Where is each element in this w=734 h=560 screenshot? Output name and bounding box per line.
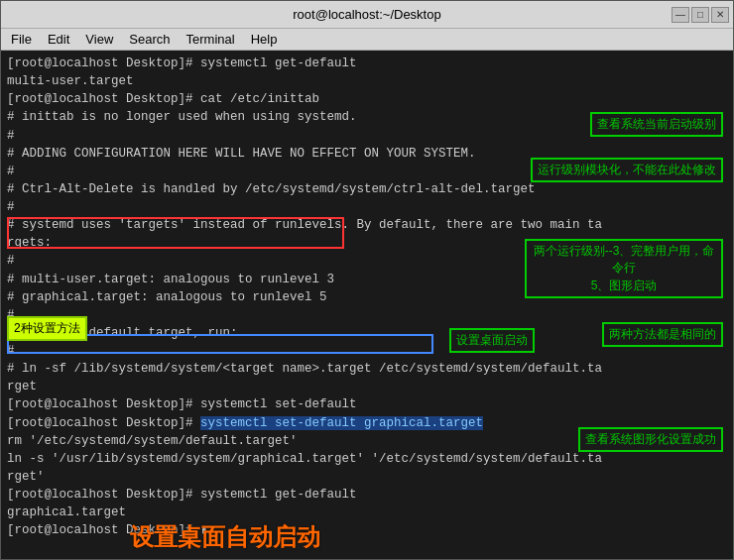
maximize-button[interactable]: □ — [691, 7, 709, 23]
annotation-set-desktop: 设置桌面启动 — [449, 328, 535, 353]
annotation-same-methods: 两种方法都是相同的 — [602, 322, 723, 347]
window-controls: — □ ✕ — [672, 7, 729, 23]
title-bar: root@localhost:~/Desktop — □ ✕ — [1, 1, 733, 29]
annotation-check-success: 查看系统图形化设置成功 — [578, 427, 723, 452]
window-title: root@localhost:~/Desktop — [293, 7, 440, 22]
menu-file[interactable]: File — [5, 30, 38, 49]
annotation-two-levels: 两个运行级别--3、完整用户用，命令行5、图形启动 — [525, 239, 723, 298]
annotation-check-runlevel: 查看系统当前启动级别 — [590, 112, 723, 137]
annotation-modular: 运行级别模块化，不能在此处修改 — [531, 158, 723, 182]
menu-terminal[interactable]: Terminal — [181, 30, 241, 49]
big-title-annotation: 设置桌面自动启动 — [130, 520, 320, 555]
menu-view[interactable]: View — [79, 30, 119, 49]
annotation-two-methods: 2种设置方法 — [7, 316, 87, 341]
menu-edit[interactable]: Edit — [42, 30, 75, 49]
menu-search[interactable]: Search — [123, 30, 176, 49]
terminal-window: root@localhost:~/Desktop — □ ✕ File Edit… — [0, 0, 734, 560]
minimize-button[interactable]: — — [672, 7, 689, 23]
menu-help[interactable]: Help — [245, 30, 284, 49]
terminal-content: [root@localhost Desktop]# systemctl get-… — [1, 51, 733, 559]
menu-bar: File Edit View Search Terminal Help — [1, 29, 733, 51]
close-button[interactable]: ✕ — [711, 7, 729, 23]
